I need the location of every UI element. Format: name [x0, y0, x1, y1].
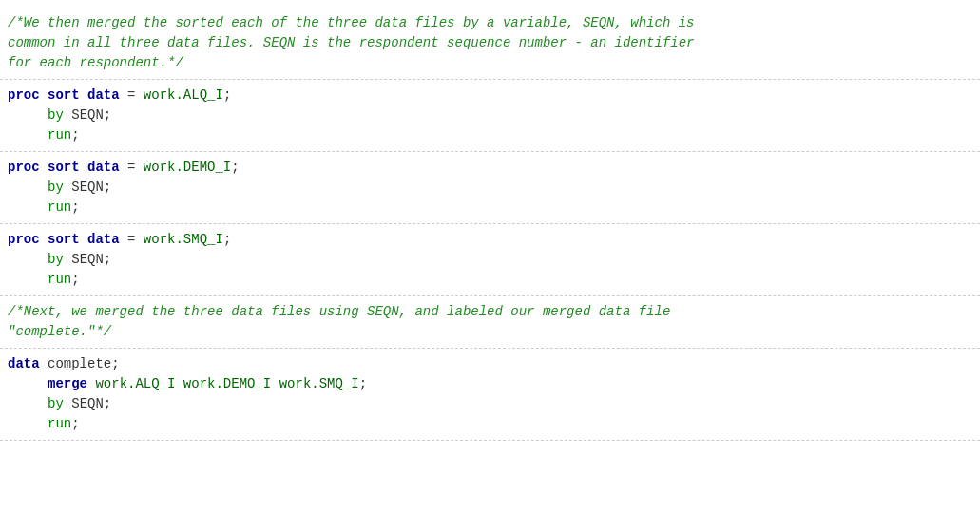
comment2-line2: "complete."*/: [8, 322, 972, 342]
sort-block-alq: proc sort data = work.ALQ_I; by SEQN; ru…: [0, 80, 980, 152]
sort-alq-run-line: run;: [8, 125, 972, 145]
merge-line: merge work.ALQ_I work.DEMO_I work.SMQ_I;: [8, 374, 972, 394]
comment1-line2: common in all three data files. SEQN is …: [8, 33, 972, 53]
code-container: /*We then merged the sorted each of the …: [0, 0, 980, 512]
sort-demo-proc-line: proc sort data = work.DEMO_I;: [8, 158, 972, 178]
comment1-line3: for each respondent.*/: [8, 53, 972, 73]
sort-block-smq: proc sort data = work.SMQ_I; by SEQN; ru…: [0, 224, 980, 296]
data-by-line: by SEQN;: [8, 394, 972, 414]
sort-demo-run-line: run;: [8, 198, 972, 218]
comment-block-1: /*We then merged the sorted each of the …: [0, 8, 980, 80]
sort-smq-by-line: by SEQN;: [8, 250, 972, 270]
sort-block-demo: proc sort data = work.DEMO_I; by SEQN; r…: [0, 152, 980, 224]
sort-smq-run-line: run;: [8, 270, 972, 290]
comment1-line1: /*We then merged the sorted each of the …: [8, 13, 972, 33]
sort-demo-by-line: by SEQN;: [8, 178, 972, 198]
data-merge-block: data complete; merge work.ALQ_I work.DEM…: [0, 349, 980, 441]
data-run-line: run;: [8, 414, 972, 434]
sort-alq-by-line: by SEQN;: [8, 105, 972, 125]
sort-smq-proc-line: proc sort data = work.SMQ_I;: [8, 230, 972, 250]
sort-alq-proc-line: proc sort data = work.ALQ_I;: [8, 85, 972, 105]
comment2-line1: /*Next, we merged the three data files u…: [8, 302, 972, 322]
data-line: data complete;: [8, 354, 972, 374]
comment-block-2: /*Next, we merged the three data files u…: [0, 296, 980, 349]
